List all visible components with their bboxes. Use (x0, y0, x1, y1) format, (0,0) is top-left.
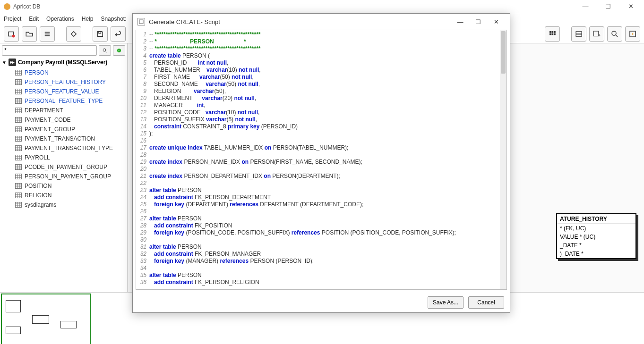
svg-rect-7 (550, 31, 551, 33)
toolbar-list-icon[interactable] (40, 26, 55, 42)
code-line: 28 add constraint FK_POSITION (136, 222, 507, 229)
tree-item-person_in_payment_group[interactable]: PERSON_IN_PAYMENT_GROUP (2, 172, 125, 181)
code-line: 11 MANAGER int, (136, 102, 507, 109)
table-icon (15, 193, 22, 198)
tree-item-label: RELIGION (25, 192, 52, 199)
toolbar-undo-icon[interactable] (111, 26, 126, 42)
table-icon (15, 98, 22, 104)
toolbar-table-icon[interactable] (571, 26, 586, 42)
tree-arrow-icon: ▼ (2, 60, 7, 65)
search-button[interactable] (99, 45, 111, 56)
svg-rect-31 (16, 80, 22, 85)
tree-item-person[interactable]: PERSON (2, 68, 125, 77)
tree-item-payment_transaction_type[interactable]: PAYMENT_TRANSACTION_TYPE (2, 143, 125, 153)
menu-help[interactable]: Help (82, 16, 94, 22)
window-close-button[interactable]: ✕ (624, 3, 637, 10)
code-line: 3-- ************************************… (136, 45, 507, 52)
app-icon (4, 3, 10, 10)
menu-project[interactable]: Project (4, 16, 21, 22)
code-line: 9 RELIGION varchar(50), (136, 88, 507, 95)
titlebar: Apricot DB — ☐ ✕ (0, 0, 644, 13)
menu-snapshot[interactable]: Snapshot: (101, 16, 126, 22)
dialog-close-button[interactable]: ✕ (487, 16, 505, 28)
code-editor[interactable]: 1-- ************************************… (136, 30, 507, 290)
project-icon: P▸ (9, 59, 16, 66)
menu-operations[interactable]: Operations (46, 16, 74, 22)
toolbar-grid-icon[interactable] (545, 26, 560, 42)
tree-item-label: PCODE_IN_PAYMENT_GROUP (25, 164, 107, 170)
entity-row: )_DATE * (557, 250, 635, 258)
svg-rect-36 (16, 89, 22, 94)
scrollbar[interactable] (500, 30, 507, 289)
tree-item-position[interactable]: POSITION (2, 181, 125, 191)
toolbar-save-icon[interactable] (93, 26, 108, 42)
tree-root[interactable]: ▼ P▸ Company Payroll (MSSQLServer) (2, 59, 125, 66)
code-line: 12 POSITION_CODE varchar(10) not null, (136, 109, 507, 116)
svg-rect-66 (16, 146, 22, 151)
svg-rect-46 (16, 108, 22, 113)
svg-rect-81 (16, 174, 22, 179)
code-line: 34 (136, 265, 507, 272)
tree-item-department[interactable]: DEPARTMENT (2, 106, 125, 115)
tree-item-person_feature_history[interactable]: PERSON_FEATURE_HISTORY (2, 77, 125, 87)
code-line: 33 foreign key (MANAGER) references PERS… (136, 258, 507, 265)
cancel-button[interactable]: Cancel (468, 296, 504, 309)
code-line: 17create unique index TABEL_NUMMER_IDX o… (136, 144, 507, 151)
tree-item-label: PAYMENT_CODE (25, 117, 71, 123)
tree-item-pcode_in_payment_group[interactable]: PCODE_IN_PAYMENT_GROUP (2, 162, 125, 172)
code-line: 35alter table PERSON (136, 272, 507, 279)
code-line: 30 (136, 236, 507, 243)
tree-item-personal_feature_type[interactable]: PERSONAL_FEATURE_TYPE (2, 96, 125, 106)
toolbar-zoom-icon[interactable] (607, 26, 622, 42)
tree-item-label: PAYMENT_GROUP (25, 126, 75, 133)
svg-rect-91 (16, 193, 22, 198)
tree-item-payment_group[interactable]: PAYMENT_GROUP (2, 125, 125, 134)
svg-rect-96 (16, 202, 22, 208)
search-input[interactable] (2, 45, 97, 56)
tree-item-payment_transaction[interactable]: PAYMENT_TRANSACTION (2, 134, 125, 143)
svg-rect-56 (16, 127, 22, 132)
tree-item-label: PERSONAL_FEATURE_TYPE (25, 98, 103, 104)
code-line: 19create index PERSON_NAME_IDX on PERSON… (136, 159, 507, 166)
tree-item-payment_code[interactable]: PAYMENT_CODE (2, 115, 125, 125)
window-maximize-button[interactable]: ☐ (601, 3, 615, 10)
toolbar-map-icon[interactable] (625, 26, 640, 42)
entity-row: _DATE * (557, 241, 635, 250)
svg-rect-6 (99, 31, 101, 33)
table-icon (15, 136, 22, 142)
scrollbar-thumb[interactable] (501, 31, 506, 74)
table-icon (15, 174, 22, 179)
dialog-maximize-button[interactable]: ☐ (469, 16, 487, 28)
tree-item-sysdiagrams[interactable]: sysdiagrams (2, 200, 125, 210)
code-line: 31alter table PERSON (136, 243, 507, 251)
minimap[interactable] (1, 294, 91, 344)
table-icon (15, 202, 22, 208)
code-line: 5 PERSON_ID int not null, (136, 59, 507, 67)
table-icon (15, 164, 22, 170)
tree-item-label: PAYMENT_TRANSACTION (25, 135, 95, 142)
svg-rect-5 (71, 31, 77, 36)
tree-item-person_feature_value[interactable]: PERSON_FEATURE_VALUE (2, 87, 125, 96)
save-as-button[interactable]: Save As... (428, 296, 464, 309)
tree-item-religion[interactable]: RELIGION (2, 191, 125, 200)
tree-item-label: PERSON_FEATURE_HISTORY (25, 79, 106, 85)
search-add-button[interactable]: + (113, 45, 125, 56)
toolbar-open-icon[interactable] (22, 26, 37, 42)
menu-edit[interactable]: Edit (29, 16, 39, 22)
toolbar-new-icon[interactable] (4, 26, 19, 42)
window-minimize-button[interactable]: — (579, 3, 592, 10)
toolbar-diamond-icon[interactable] (66, 26, 81, 42)
tree-item-label: PAYROLL (25, 154, 50, 161)
code-line: 7 FIRST_NAME varchar(50) not null, (136, 74, 507, 81)
svg-rect-41 (16, 99, 22, 104)
code-line: 32 add constraint FK_PERSON_MANAGER (136, 251, 507, 258)
svg-point-18 (612, 31, 616, 35)
toolbar-add-table-icon[interactable]: + (589, 26, 604, 42)
dialog-minimize-button[interactable]: — (451, 16, 469, 28)
entity-box[interactable]: ATURE_HISTORY * (FK, UC)VALUE * (UC)_DAT… (556, 213, 636, 259)
svg-line-19 (616, 35, 618, 37)
code-line: 2-- * PERSON * (136, 38, 507, 45)
svg-text:+: + (118, 49, 120, 52)
tree-item-payroll[interactable]: PAYROLL (2, 153, 125, 162)
code-line: 20 (136, 166, 507, 173)
